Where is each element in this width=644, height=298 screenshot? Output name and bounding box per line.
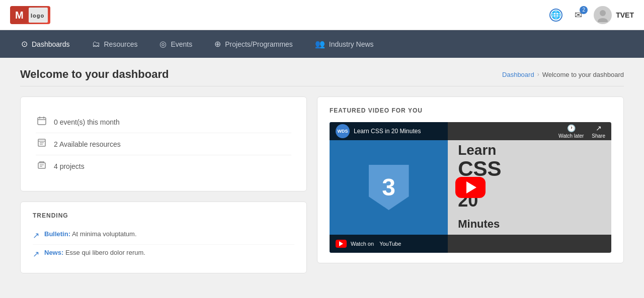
trending-text-0: Bulletin: At minima voluptatum. bbox=[44, 230, 137, 238]
left-column: 0 event(s) this month 2 Available resour… bbox=[20, 96, 307, 273]
trending-arrow-1: ↗ bbox=[33, 249, 39, 259]
play-triangle-icon bbox=[466, 181, 476, 193]
svg-rect-6 bbox=[38, 118, 46, 125]
nav-label-resources: Resources bbox=[104, 40, 138, 48]
globe-button[interactable]: 🌐 bbox=[549, 9, 562, 22]
svg-point-4 bbox=[600, 10, 606, 16]
nav-label-industry-news: Industry News bbox=[329, 40, 374, 48]
trending-desc-0: At minima voluptatum. bbox=[72, 230, 137, 238]
industry-news-icon: 👥 bbox=[315, 39, 325, 49]
video-bottom-bar: Watch on YouTube bbox=[330, 235, 611, 253]
nav-label-dashboards: Dashboards bbox=[32, 40, 70, 48]
main-content: Welcome to your dashboard Dashboard › We… bbox=[0, 58, 644, 283]
dashboards-icon: ⊙ bbox=[21, 39, 28, 49]
nav-item-industry-news[interactable]: 👥 Industry News bbox=[304, 30, 385, 58]
top-header: M logo 🌐 ✉ 2 TVET bbox=[0, 0, 644, 30]
logo-area: M logo bbox=[10, 6, 50, 24]
breadcrumb-dashboard-link[interactable]: Dashboard bbox=[502, 71, 534, 78]
projects-stat-icon bbox=[36, 160, 48, 172]
user-name: TVET bbox=[616, 11, 634, 19]
trending-arrow-0: ↗ bbox=[33, 231, 39, 240]
play-button[interactable] bbox=[455, 177, 486, 198]
main-nav: ⊙ Dashboards 🗂 Resources ◎ Events ⊕ Proj… bbox=[0, 30, 644, 58]
stat-events: 0 event(s) this month bbox=[36, 111, 291, 133]
nav-item-projects[interactable]: ⊕ Projects/Programmes bbox=[203, 30, 304, 58]
youtube-icon bbox=[336, 240, 347, 248]
nav-item-events[interactable]: ◎ Events bbox=[148, 30, 203, 58]
watch-on-text: Watch on bbox=[351, 241, 374, 247]
logo: M logo bbox=[10, 6, 50, 24]
resources-count-label: 2 Available resources bbox=[54, 140, 121, 148]
right-column: FEATURED VIDEO FOR YOU 3 bbox=[317, 96, 624, 263]
resources-icon: 🗂 bbox=[92, 40, 100, 49]
events-icon: ◎ bbox=[159, 39, 167, 49]
stats-card: 0 event(s) this month 2 Available resour… bbox=[20, 96, 307, 191]
stat-projects: 4 projects bbox=[36, 155, 291, 177]
youtube-text: YouTube bbox=[379, 241, 401, 247]
featured-title: FEATURED VIDEO FOR YOU bbox=[330, 107, 611, 114]
globe-icon: 🌐 bbox=[549, 9, 562, 22]
trending-desc-1: Esse qui libero dolor rerum. bbox=[65, 249, 145, 256]
svg-rect-14 bbox=[38, 163, 45, 168]
header-right: 🌐 ✉ 2 TVET bbox=[549, 6, 634, 24]
trending-label-0[interactable]: Bulletin: bbox=[44, 230, 70, 238]
stat-resources: 2 Available resources bbox=[36, 133, 291, 155]
user-menu[interactable]: TVET bbox=[594, 6, 634, 24]
featured-video-card: FEATURED VIDEO FOR YOU 3 bbox=[317, 96, 624, 263]
svg-text:M: M bbox=[15, 10, 24, 21]
projects-icon: ⊕ bbox=[214, 39, 221, 49]
page-title-row: Welcome to your dashboard Dashboard › We… bbox=[20, 68, 624, 81]
breadcrumb: Dashboard › Welcome to your dashboard bbox=[502, 71, 624, 78]
video-thumbnail[interactable]: 3 Learn CSS in 20 bbox=[330, 122, 611, 253]
trending-card: TRENDING ↗ Bulletin: At minima voluptatu… bbox=[20, 202, 307, 273]
nav-item-dashboards[interactable]: ⊙ Dashboards bbox=[10, 30, 81, 58]
divider bbox=[20, 86, 624, 86]
nav-label-events: Events bbox=[171, 40, 192, 48]
avatar bbox=[594, 6, 612, 24]
events-count-label: 0 event(s) this month bbox=[54, 118, 120, 126]
watch-on-label: Watch on YouTube bbox=[351, 241, 401, 247]
breadcrumb-current: Welcome to your dashboard bbox=[542, 71, 624, 78]
mail-button[interactable]: ✉ 2 bbox=[572, 9, 585, 22]
calendar-icon bbox=[36, 116, 48, 128]
trending-title: TRENDING bbox=[33, 212, 294, 219]
video-overlay bbox=[330, 122, 611, 253]
mail-badge: 2 bbox=[580, 6, 588, 14]
page-title: Welcome to your dashboard bbox=[20, 68, 169, 81]
nav-item-resources[interactable]: 🗂 Resources bbox=[81, 30, 149, 58]
nav-label-projects: Projects/Programmes bbox=[225, 40, 293, 48]
svg-point-5 bbox=[598, 18, 608, 22]
trending-item-1: ↗ News: Esse qui libero dolor rerum. bbox=[33, 245, 294, 263]
trending-item-0: ↗ Bulletin: At minima voluptatum. bbox=[33, 226, 294, 245]
svg-text:logo: logo bbox=[31, 13, 44, 19]
yt-play-triangle bbox=[339, 241, 343, 246]
projects-count-label: 4 projects bbox=[54, 162, 85, 170]
video-inner: 3 Learn CSS in 20 bbox=[330, 122, 611, 253]
trending-text-1: News: Esse qui libero dolor rerum. bbox=[44, 249, 145, 256]
breadcrumb-separator: › bbox=[537, 71, 539, 78]
trending-label-1[interactable]: News: bbox=[44, 249, 63, 256]
dashboard-columns: 0 event(s) this month 2 Available resour… bbox=[20, 96, 624, 273]
resources-stat-icon bbox=[36, 138, 48, 150]
